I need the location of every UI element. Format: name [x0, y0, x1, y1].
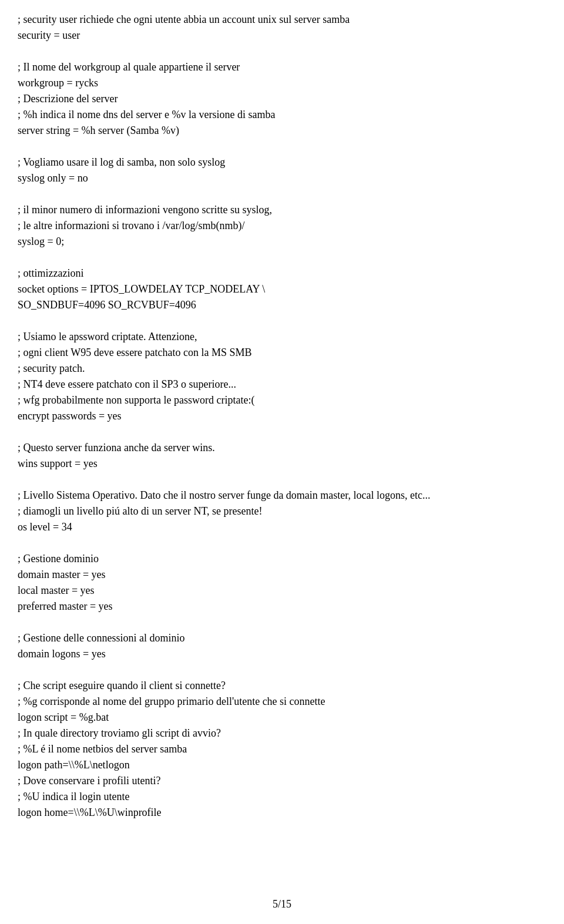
page-number: 5/15 — [273, 896, 291, 912]
main-content: ; security user richiede che ogni utente… — [18, 12, 546, 821]
